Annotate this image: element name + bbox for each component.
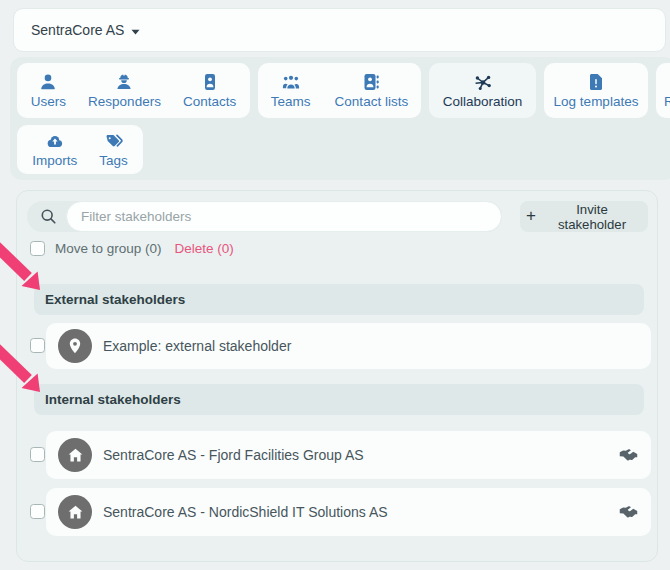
stakeholder-name: SentraCore AS - Fjord Facilities Group A… — [103, 447, 364, 463]
tab-imports[interactable]: Imports — [32, 131, 77, 168]
tab-responders[interactable]: Responders — [88, 72, 161, 109]
tab-label: Users — [31, 94, 66, 109]
tab-label: Tags — [99, 153, 128, 168]
tab-group-imports-tags: Imports Tags — [17, 125, 143, 174]
stakeholders-page: SentraCore AS Users Responders — [0, 0, 670, 570]
tab-contacts[interactable]: Contacts — [183, 72, 236, 109]
stakeholder-row[interactable]: SentraCore AS - NordicShield IT Solution… — [46, 488, 651, 536]
stakeholder-name: SentraCore AS - NordicShield IT Solution… — [103, 504, 388, 520]
group-header-internal: Internal stakeholders — [34, 384, 644, 415]
tab-contact-lists[interactable]: Contact lists — [335, 72, 409, 109]
tab-label: Contact lists — [335, 94, 409, 109]
responder-icon — [114, 72, 134, 92]
row-checkbox[interactable] — [30, 338, 45, 353]
log-template-icon — [586, 72, 606, 92]
row-checkbox[interactable] — [30, 504, 45, 519]
select-all-checkbox[interactable] — [30, 241, 45, 256]
tab-teams[interactable]: Teams — [271, 72, 311, 109]
tab-group-logs: Log templates — [544, 63, 648, 118]
delete-action[interactable]: Delete (0) — [175, 241, 234, 256]
workspace-name: SentraCore AS — [31, 22, 124, 38]
location-pin-icon — [65, 336, 85, 356]
stakeholder-name: Example: external stakeholder — [103, 338, 291, 354]
tab-collaboration[interactable]: Collaboration — [443, 72, 523, 109]
tab-tags[interactable]: Tags — [99, 131, 128, 168]
handshake-icon — [619, 446, 638, 465]
move-to-group-action[interactable]: Move to group (0) — [55, 241, 162, 256]
tab-label: Responders — [88, 94, 161, 109]
bulk-actions-row: Move to group (0) Delete (0) — [30, 241, 234, 256]
tab-log-templates[interactable]: Log templates — [554, 72, 639, 109]
stakeholders-panel: + Invite stakeholder Move to group (0) D… — [16, 190, 658, 562]
tab-label: Teams — [271, 94, 311, 109]
filter-stakeholders-input[interactable] — [66, 201, 502, 232]
tab-label: Contacts — [183, 94, 236, 109]
tags-icon — [104, 131, 124, 151]
tab-label: Imports — [32, 153, 77, 168]
collaboration-icon — [473, 72, 493, 92]
cloud-upload-icon — [45, 131, 65, 151]
workspace-selector[interactable]: SentraCore AS — [31, 22, 140, 38]
row-checkbox[interactable] — [30, 447, 45, 462]
handshake-icon — [619, 503, 638, 522]
home-icon — [66, 503, 85, 522]
workspace-bar: SentraCore AS — [13, 8, 666, 52]
avatar — [58, 438, 92, 472]
tab-group-teams: Teams Contact lists — [258, 63, 421, 118]
tab-users[interactable]: Users — [31, 72, 66, 109]
contact-list-icon — [361, 72, 381, 92]
group-header-external: External stakeholders — [34, 284, 644, 315]
caret-down-icon — [131, 22, 140, 38]
stakeholder-row[interactable]: Example: external stakeholder — [46, 323, 651, 369]
search-icon — [40, 208, 57, 225]
plus-icon: + — [526, 207, 536, 224]
contact-card-icon — [200, 72, 220, 92]
team-icon — [281, 72, 301, 92]
tab-group-people: Users Responders Contacts — [17, 63, 250, 118]
group-title: Internal stakeholders — [45, 392, 181, 407]
tab-label: R — [664, 94, 670, 109]
invite-stakeholder-button[interactable]: + Invite stakeholder — [520, 201, 648, 232]
module-toolbar: Users Responders Contacts Teams — [10, 57, 670, 180]
tab-label: Collaboration — [443, 94, 523, 109]
filter-group — [27, 201, 502, 232]
tab-group-collaboration: Collaboration — [429, 63, 536, 118]
avatar — [58, 495, 92, 529]
stakeholder-row[interactable]: SentraCore AS - Fjord Facilities Group A… — [46, 431, 651, 479]
group-title: External stakeholders — [45, 292, 185, 307]
avatar — [58, 329, 92, 363]
tab-label: Log templates — [554, 94, 639, 109]
user-icon — [38, 72, 58, 92]
tab-group-truncated: R — [656, 63, 670, 118]
home-icon — [66, 446, 85, 465]
invite-stakeholder-label: Invite stakeholder — [542, 202, 642, 232]
tab-truncated[interactable]: R — [664, 72, 670, 109]
